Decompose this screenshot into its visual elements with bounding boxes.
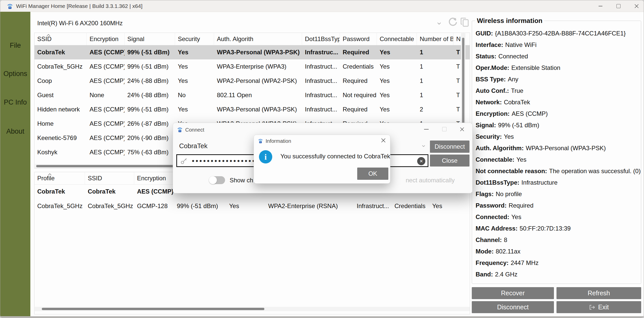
disconnect-button[interactable]: Disconnect xyxy=(472,301,554,313)
col-encryption[interactable]: Encryption xyxy=(134,172,174,184)
scrollbar-thumb[interactable] xyxy=(42,308,264,310)
info-network: Network:CobraTek xyxy=(476,96,530,108)
app-icon xyxy=(6,3,14,10)
cell-password: Credentials xyxy=(392,199,429,213)
table-row[interactable]: CoopAES (CCMP)24% (-88 dBm)YesWPA2-Perso… xyxy=(34,74,470,88)
network-select[interactable]: CobraTek xyxy=(179,142,207,150)
table-row[interactable]: CobraTek_5GHzAES (CCMP)99% (-51 dBm)YesW… xyxy=(34,59,470,74)
cell-signal: 99% (-51 dBm) xyxy=(125,45,175,59)
cell-password: Required xyxy=(340,74,377,88)
table-row[interactable]: CobraTekAES (CCMP)99% (-51 dBm)YesWPA3-P… xyxy=(34,45,470,59)
cell-encryption: AES (CCMP) xyxy=(87,45,125,59)
col-ssid[interactable]: SSID xyxy=(34,33,87,45)
minimize-button[interactable] xyxy=(592,0,609,12)
exit-button[interactable]: Exit xyxy=(556,301,641,313)
title-bar[interactable]: WiFi Manager Home [Release | Build 3.3.1… xyxy=(0,0,644,12)
col-encryption[interactable]: Encryption xyxy=(87,33,125,45)
cell-auth: WPA3-Personal (WPA3-PSK) xyxy=(214,102,302,117)
sidebar-item-about[interactable]: About xyxy=(0,126,30,136)
close-icon[interactable] xyxy=(381,138,386,143)
cell-bss: Infrastruct... xyxy=(302,74,340,88)
cell-encryption: GCMP-128 xyxy=(134,199,174,213)
cell-auth: WPA2-Enterprise (RSNA) xyxy=(265,199,354,213)
app-icon xyxy=(257,138,264,144)
col-password[interactable]: Password xyxy=(340,33,377,45)
dialog-title: Connect xyxy=(185,127,204,133)
show-characters-toggle[interactable] xyxy=(209,176,225,184)
cell-ssid: CobraTek_5GHz xyxy=(85,199,134,213)
col-dot11bsstype[interactable]: Dot11BssTyp xyxy=(302,33,340,45)
info-signal: Signal:99% (-51 dBm) xyxy=(476,119,539,131)
maximize-button[interactable] xyxy=(610,0,627,12)
connect-automatically-label: nect automatically xyxy=(406,177,455,184)
horizontal-scrollbar[interactable] xyxy=(35,307,470,311)
dialog-disconnect-button[interactable]: Disconnect xyxy=(430,141,469,153)
info-password: Password:Required xyxy=(476,200,534,211)
info-mac-address: MAC Address:50:FF:20:7D:13:39 xyxy=(476,223,571,234)
col-security[interactable]: Security xyxy=(175,33,214,45)
cell-num-bssids: 1 xyxy=(417,74,453,88)
dialog-close-button[interactable]: Close xyxy=(430,155,469,167)
cell-ssid: Guest xyxy=(34,88,87,102)
close-icon[interactable] xyxy=(460,127,464,132)
col-number-of-bssids[interactable]: Number of B: xyxy=(417,33,453,45)
cell-ssid: Hidden network xyxy=(34,102,87,117)
adapter-select[interactable]: Intel(R) Wi-Fi 6 AX200 160MHz xyxy=(37,20,123,27)
recover-button[interactable]: Recover xyxy=(472,287,554,299)
table-row[interactable]: Hidden networkAES (CCMP)99% (-51 dBm)Yes… xyxy=(34,102,470,117)
ok-button[interactable]: OK xyxy=(357,168,388,180)
sidebar-item-file[interactable]: File xyxy=(0,40,30,50)
close-button[interactable] xyxy=(628,0,644,12)
cell-encryption: AES (CCMP) xyxy=(87,145,125,159)
cell-profile: CobraTek_5GHz xyxy=(34,199,85,213)
cell-ssid: CobraTek_5GHz xyxy=(34,59,87,74)
cell-ssid: Koshyk xyxy=(34,145,87,159)
clear-icon[interactable]: ✕ xyxy=(417,157,425,165)
networks-table-header[interactable]: SSID Encryption Signal Security Auth. Al… xyxy=(34,33,470,45)
refresh-button[interactable]: Refresh xyxy=(556,287,641,299)
cell-encryption: AES (CCMP) xyxy=(87,102,125,117)
minimize-icon xyxy=(599,6,602,6)
col-profile[interactable]: Profile xyxy=(34,172,85,184)
exit-icon xyxy=(589,304,596,310)
cell-bss: Infrastruct... xyxy=(302,88,340,102)
minimize-icon[interactable] xyxy=(424,129,429,130)
cell-connectable: Yes xyxy=(377,88,417,102)
maximize-icon xyxy=(442,127,447,131)
close-icon xyxy=(634,4,639,8)
dialog-title: Information xyxy=(266,138,291,144)
info-encryption: Encryption:AES (CCMP) xyxy=(476,108,548,119)
cell-ssid: CobraTek xyxy=(34,45,87,59)
information-dialog: Information i You successfully connected… xyxy=(254,135,390,184)
table-row[interactable]: CobraTek_5GHzCobraTek_5GHzGCMP-12899% (-… xyxy=(34,199,470,213)
cell-ssid: Coop xyxy=(34,74,87,88)
info-message: You successfully connected to CobraTek xyxy=(280,153,390,160)
cell-bss: Infrastruct... xyxy=(354,199,392,213)
cell-ssid: CobraTek xyxy=(85,184,134,199)
maximize-icon xyxy=(616,4,621,8)
info-status: Status:Connected xyxy=(476,50,528,62)
info-icon: i xyxy=(259,150,272,163)
toggle-knob xyxy=(209,176,217,184)
cell-security: No xyxy=(175,88,214,102)
col-connectable[interactable]: Connectable xyxy=(377,33,417,45)
cell-profile: CobraTek xyxy=(34,184,85,199)
chevron-down-icon[interactable] xyxy=(422,145,425,147)
cell-security: Yes xyxy=(175,45,214,59)
show-characters-label: Show ch xyxy=(230,177,253,184)
cell-num-bssids: 2 xyxy=(417,102,453,117)
col-ssid[interactable]: SSID xyxy=(85,172,134,184)
cell-connectable: Yes xyxy=(377,102,417,117)
sidebar-item-options[interactable]: Options xyxy=(0,69,30,79)
col-auth-algorithm[interactable]: Auth. Algorith xyxy=(214,33,302,45)
copy-icon[interactable] xyxy=(460,17,470,28)
cell-password: Required xyxy=(340,45,377,59)
sidebar-item-pc-info[interactable]: PC Info xyxy=(0,97,30,107)
key-icon xyxy=(180,157,188,165)
refresh-icon[interactable] xyxy=(447,16,459,28)
chevron-down-icon[interactable] xyxy=(437,22,441,25)
col-signal[interactable]: Signal xyxy=(125,33,175,45)
table-row[interactable]: GuestNone24% (-88 dBm)No802.11 OpenInfra… xyxy=(34,88,470,102)
cell-encryption: None xyxy=(87,88,125,102)
cell-encryption: AES (CCMP) xyxy=(87,74,125,88)
